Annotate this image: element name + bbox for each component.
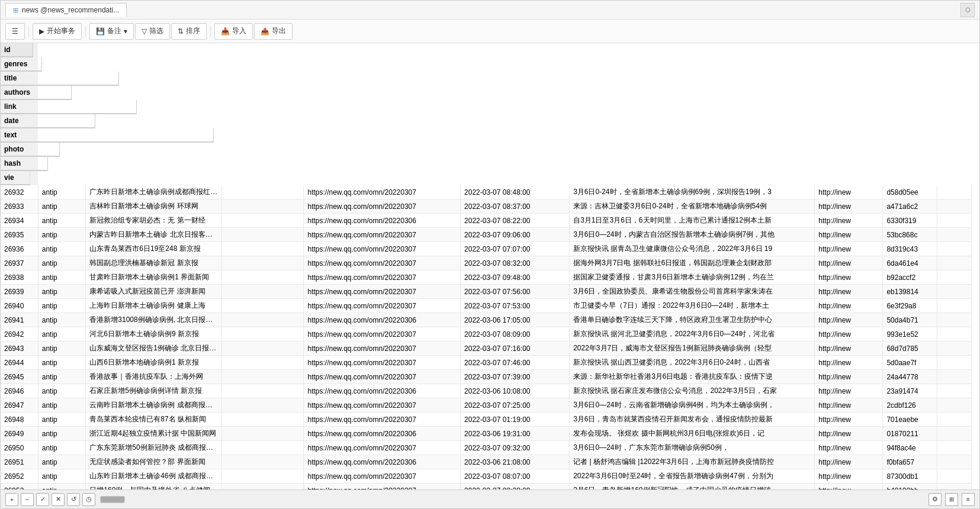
cell-title[interactable]: 青岛莱西本轮疫情已有87名 纵相新闻 xyxy=(86,413,222,427)
col-header-genres[interactable]: genres xyxy=(1,57,42,72)
cell-text[interactable]: 发布会现场。 张煜欢 摄中新网杭州3月6日电(张煜欢)6日，记 xyxy=(570,427,815,441)
cell-photo[interactable]: http://inew xyxy=(815,356,883,370)
cell-link[interactable]: https://new.qq.com/omn/20220307 xyxy=(304,342,461,356)
window-action-btn[interactable]: ⬡ xyxy=(960,3,975,17)
cell-genres[interactable]: antip xyxy=(38,327,86,342)
cell-date[interactable]: 2022-03-07 09:48:00 xyxy=(461,270,570,285)
cell-hash[interactable]: 8d319c43 xyxy=(883,242,937,256)
cell-text[interactable]: 来源：吉林卫健委3月6日0-24时，全省新增本地确诊病例54例 xyxy=(570,199,815,214)
cell-id[interactable]: 26942 xyxy=(1,327,38,342)
cell-hash[interactable]: 94f8ac4e xyxy=(883,441,937,455)
cell-link[interactable]: https://new.qq.com/omn/20220307 xyxy=(304,370,461,384)
cell-hash[interactable]: 24a44778 xyxy=(883,370,937,384)
cell-genres[interactable]: antip xyxy=(38,384,86,398)
table-row[interactable]: 26933antip吉林昨日新增本土确诊病例 环球网https://new.qq… xyxy=(1,199,972,214)
cell-link[interactable]: https://new.qq.com/omn/20220306 xyxy=(304,455,461,469)
cell-date[interactable]: 2022-03-07 07:07:00 xyxy=(461,242,570,256)
cell-link[interactable]: https://new.qq.com/omn/20220307 xyxy=(304,270,461,285)
cell-title[interactable]: 无症状感染者如何管控？部 界面新闻 xyxy=(86,455,222,469)
cell-title[interactable]: 山东昨日新增本土确诊46例 成都商报红星新闻 xyxy=(86,469,222,484)
col-header-vie[interactable]: vie xyxy=(1,171,30,185)
cell-link[interactable]: https://new.qq.com/omn/20220306 xyxy=(304,313,461,327)
cell-photo[interactable]: http://inew xyxy=(815,270,883,285)
cell-date[interactable]: 2022-03-07 01:19:00 xyxy=(461,413,570,427)
cell-id[interactable]: 26943 xyxy=(1,342,38,356)
cell-hash[interactable]: 53bc868c xyxy=(883,228,937,242)
table-wrapper[interactable]: id genres title authors link date text p… xyxy=(1,43,979,489)
cell-text[interactable]: 2022年3月6日0时至24时，全省报告新增确诊病例47例，分别为 xyxy=(570,469,815,484)
cell-id[interactable]: 26949 xyxy=(1,427,38,441)
table-row[interactable]: 26935antip内蒙古昨日新增本土确诊 北京日报客户端https://new… xyxy=(1,228,972,242)
cell-genres[interactable]: antip xyxy=(38,256,86,270)
cell-photo[interactable]: http://inew xyxy=(815,441,883,455)
cell-hash[interactable]: 23a91474 xyxy=(883,384,937,398)
cell-id[interactable]: 26953 xyxy=(1,484,38,490)
settings-btn[interactable]: ⚙ xyxy=(928,493,942,506)
cell-id[interactable]: 26947 xyxy=(1,398,38,413)
cell-title[interactable]: 云南昨日新增本土确诊病例 成都商报红星新闻 xyxy=(86,398,222,413)
cell-text[interactable]: 3月6日，青岛市就莱西疫情召开新闻发布会，通报疫情防控最新 xyxy=(570,413,815,427)
table-row[interactable]: 26953antip日增160例，与国内及境外省 八点健闻https://new… xyxy=(1,484,972,490)
cell-vie[interactable] xyxy=(937,256,972,270)
cell-id[interactable]: 26933 xyxy=(1,199,38,214)
cell-authors[interactable] xyxy=(222,427,304,441)
cell-hash[interactable]: 87300db1 xyxy=(883,469,937,484)
cell-genres[interactable]: antip xyxy=(38,413,86,427)
cell-id[interactable]: 26939 xyxy=(1,285,38,299)
cell-photo[interactable]: http://inew xyxy=(815,285,883,299)
add-row-btn[interactable]: + xyxy=(5,493,18,506)
cell-link[interactable]: https://new.qq.com/omn/20220307 xyxy=(304,398,461,413)
cell-link[interactable]: https://new.qq.com/omn/20220306 xyxy=(304,214,461,228)
cell-title[interactable]: 广东昨日新增本土确诊病例成都商报红星新闻 xyxy=(86,185,222,199)
cell-text[interactable]: 2022年3月7日，威海市文登区报告1例新冠肺炎确诊病例（轻型 xyxy=(570,342,815,356)
cell-link[interactable]: https://new.qq.com/omn/20220306 xyxy=(304,427,461,441)
cell-genres[interactable]: antip xyxy=(38,398,86,413)
refresh-btn[interactable]: ↺ xyxy=(67,493,80,506)
remove-row-btn[interactable]: − xyxy=(21,493,34,506)
cancel-btn[interactable]: ✕ xyxy=(52,493,65,506)
cell-title[interactable]: 河北6日新增本土确诊病例9 新京报 xyxy=(86,327,222,342)
cell-hash[interactable]: 993e1e52 xyxy=(883,327,937,342)
cell-hash[interactable]: 6e3f29a8 xyxy=(883,299,937,313)
cell-hash[interactable]: 2cdbf126 xyxy=(883,398,937,413)
cell-photo[interactable]: http://inew xyxy=(815,342,883,356)
cell-vie[interactable] xyxy=(937,313,972,327)
confirm-btn[interactable]: ✓ xyxy=(36,493,49,506)
cell-hash[interactable]: 68d7d785 xyxy=(883,342,937,356)
cell-title[interactable]: 广东东莞新增50例新冠肺炎 成都商报红星新闻 xyxy=(86,441,222,455)
cell-genres[interactable]: antip xyxy=(38,185,86,199)
cell-authors[interactable] xyxy=(222,370,304,384)
cell-hash[interactable]: eb139814 xyxy=(883,285,937,299)
cell-date[interactable]: 2022-03-07 09:32:00 xyxy=(461,441,570,455)
cell-date[interactable]: 2022-03-07 08:09:00 xyxy=(461,327,570,342)
history-btn[interactable]: ◷ xyxy=(82,493,95,506)
cell-vie[interactable] xyxy=(937,469,972,484)
cell-genres[interactable]: antip xyxy=(38,370,86,384)
cell-photo[interactable]: http://inew xyxy=(815,185,883,199)
cell-photo[interactable]: http://inew xyxy=(815,256,883,270)
cell-title[interactable]: 山东威海文登区报告1例确诊 北京日报客户端 xyxy=(86,342,222,356)
cell-authors[interactable] xyxy=(222,199,304,214)
table-row[interactable]: 26952antip山东昨日新增本土确诊46例 成都商报红星新闻https://… xyxy=(1,469,972,484)
cell-id[interactable]: 26946 xyxy=(1,384,38,398)
cell-photo[interactable]: http://inew xyxy=(815,398,883,413)
export-btn[interactable]: 📤 导出 xyxy=(254,23,293,40)
cell-date[interactable]: 2022-03-07 08:32:00 xyxy=(461,256,570,270)
col-header-link[interactable]: link xyxy=(1,100,137,114)
table-row[interactable]: 26940antip上海昨日新增本土确诊病例 健康上海https://new.q… xyxy=(1,299,972,313)
cell-link[interactable]: https://new.qq.com/omn/20220307 xyxy=(304,228,461,242)
table-row[interactable]: 26945antip香港故事｜香港抗疫车队：上海外网https://new.qq… xyxy=(1,370,972,384)
cell-link[interactable]: https://new.qq.com/omn/20220307 xyxy=(304,413,461,427)
cell-text[interactable]: 记者 | 杨舒鸿吉编辑 |12022年3月6日，上海市新冠肺炎疫情防控 xyxy=(570,455,815,469)
col-header-text[interactable]: text xyxy=(1,128,214,143)
cell-photo[interactable]: http://inew xyxy=(815,242,883,256)
cell-authors[interactable] xyxy=(222,256,304,270)
cell-genres[interactable]: antip xyxy=(38,299,86,313)
cell-text[interactable]: 自3月1日至3月6日，6天时间里，上海市已累计通报12例本土新 xyxy=(570,214,815,228)
import-btn[interactable]: 📥 导入 xyxy=(214,23,253,40)
cell-title[interactable]: 石家庄新增5例确诊病例详情 新京报 xyxy=(86,384,222,398)
cell-vie[interactable] xyxy=(937,370,972,384)
list-view-btn[interactable]: ≡ xyxy=(962,493,975,506)
cell-vie[interactable] xyxy=(937,299,972,313)
cell-vie[interactable] xyxy=(937,242,972,256)
